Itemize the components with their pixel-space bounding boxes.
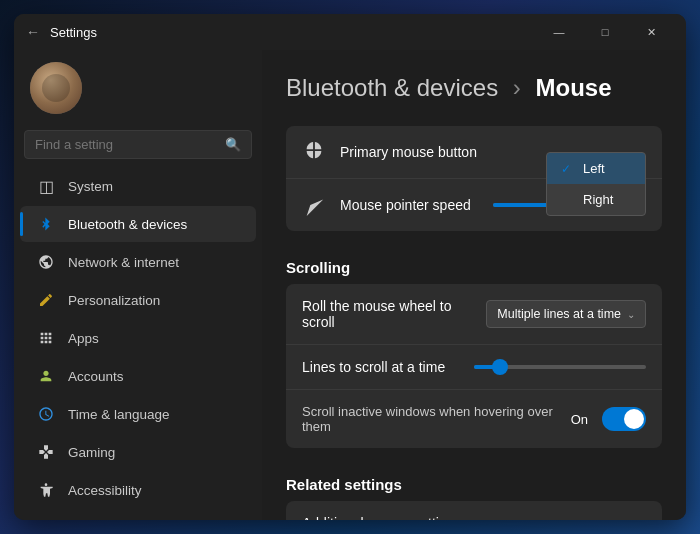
sidebar-item-label-bluetooth: Bluetooth & devices: [68, 217, 187, 232]
accounts-icon: [36, 366, 56, 386]
minimize-button[interactable]: —: [536, 16, 582, 48]
mouse-pointer-speed-label: Mouse pointer speed: [340, 197, 493, 213]
sidebar-item-system[interactable]: ◫ System: [20, 168, 256, 204]
scrolling-section-header: Scrolling: [286, 243, 662, 284]
additional-mouse-settings-label: Additional mouse settings Pointer icons …: [302, 515, 630, 520]
pointer-speed-icon: [302, 193, 326, 217]
mouse-button-icon: [302, 140, 326, 164]
sidebar-item-accounts[interactable]: Accounts: [20, 358, 256, 394]
scroll-inactive-label: Scroll inactive windows when hovering ov…: [302, 404, 571, 434]
sidebar-item-label-apps: Apps: [68, 331, 99, 346]
lines-to-scroll-row: Lines to scroll at a time: [286, 345, 662, 390]
settings-window: ← Settings — □ ✕ 🔍 ◫ Syst: [14, 14, 686, 520]
dropdown-option-right[interactable]: ✓ Right: [547, 184, 645, 215]
lines-slider-thumb[interactable]: [492, 359, 508, 375]
sidebar-item-privacy[interactable]: Privacy & security: [20, 510, 256, 520]
title-bar: ← Settings — □ ✕: [14, 14, 686, 50]
window-controls: — □ ✕: [536, 16, 674, 48]
personalization-icon: [36, 290, 56, 310]
content-area: Bluetooth & devices › Mouse Primary mous…: [262, 50, 686, 520]
sidebar-item-bluetooth[interactable]: Bluetooth & devices: [20, 206, 256, 242]
roll-mouse-wheel-row: Roll the mouse wheel to scroll Multiple …: [286, 284, 662, 345]
breadcrumb-sep: ›: [513, 74, 528, 101]
search-icon: 🔍: [225, 137, 241, 152]
option-left-label: Left: [583, 161, 605, 176]
avatar-section: [14, 50, 262, 130]
sidebar-item-label-gaming: Gaming: [68, 445, 115, 460]
roll-mouse-wheel-label: Roll the mouse wheel to scroll: [302, 298, 486, 330]
lines-to-scroll-label: Lines to scroll at a time: [302, 359, 474, 375]
dropdown-option-left[interactable]: ✓ Left: [547, 153, 645, 184]
option-right-label: Right: [583, 192, 613, 207]
search-input[interactable]: [35, 137, 225, 152]
maximize-button[interactable]: □: [582, 16, 628, 48]
sidebar-item-time[interactable]: Time & language: [20, 396, 256, 432]
scrolling-card: Roll the mouse wheel to scroll Multiple …: [286, 284, 662, 448]
sidebar-item-label-time: Time & language: [68, 407, 170, 422]
breadcrumb-current: Mouse: [535, 74, 611, 101]
sidebar: 🔍 ◫ System Bluetooth & devices: [14, 50, 262, 520]
dropdown-menu: ✓ Left ✓ Right: [546, 152, 646, 216]
system-icon: ◫: [36, 176, 56, 196]
window-title: Settings: [50, 25, 536, 40]
sidebar-item-apps[interactable]: Apps: [20, 320, 256, 356]
bluetooth-icon: [36, 214, 56, 234]
scroll-inactive-toggle[interactable]: [602, 407, 646, 431]
sidebar-item-label-personalization: Personalization: [68, 293, 160, 308]
apps-icon: [36, 328, 56, 348]
chevron-down-icon: ⌄: [627, 309, 635, 320]
avatar-image: [30, 62, 82, 114]
sidebar-item-accessibility[interactable]: Accessibility: [20, 472, 256, 508]
related-settings-card: Additional mouse settings Pointer icons …: [286, 501, 662, 520]
primary-mouse-button-card: Primary mouse button ✓ Left ✓ Right: [286, 126, 662, 231]
sidebar-item-label-system: System: [68, 179, 113, 194]
sidebar-item-gaming[interactable]: Gaming: [20, 434, 256, 470]
close-button[interactable]: ✕: [628, 16, 674, 48]
privacy-icon: [36, 518, 56, 520]
accessibility-icon: [36, 480, 56, 500]
main-layout: 🔍 ◫ System Bluetooth & devices: [14, 50, 686, 520]
toggle-thumb: [624, 409, 644, 429]
breadcrumb-parent: Bluetooth & devices: [286, 74, 498, 101]
avatar[interactable]: [30, 62, 82, 114]
network-icon: [36, 252, 56, 272]
additional-mouse-title: Additional mouse settings: [302, 515, 630, 520]
additional-mouse-settings-row[interactable]: Additional mouse settings Pointer icons …: [286, 501, 662, 520]
scroll-inactive-row: Scroll inactive windows when hovering ov…: [286, 390, 662, 448]
scroll-inactive-control: On: [571, 407, 646, 431]
search-box[interactable]: 🔍: [24, 130, 252, 159]
sidebar-item-label-network: Network & internet: [68, 255, 179, 270]
toggle-on-label: On: [571, 412, 588, 427]
check-icon: ✓: [561, 162, 575, 176]
related-settings-header: Related settings: [286, 460, 662, 501]
gaming-icon: [36, 442, 56, 462]
lines-slider-track[interactable]: [474, 365, 646, 369]
sidebar-item-label-accounts: Accounts: [68, 369, 124, 384]
scroll-type-value: Multiple lines at a time: [497, 307, 621, 321]
scroll-type-select[interactable]: Multiple lines at a time ⌄: [486, 300, 646, 328]
sidebar-item-label-accessibility: Accessibility: [68, 483, 142, 498]
primary-mouse-button-row: Primary mouse button ✓ Left ✓ Right: [286, 126, 662, 179]
lines-to-scroll-slider[interactable]: [474, 365, 646, 369]
back-button[interactable]: ←: [26, 24, 40, 40]
time-icon: [36, 404, 56, 424]
sidebar-item-personalization[interactable]: Personalization: [20, 282, 256, 318]
sidebar-item-network[interactable]: Network & internet: [20, 244, 256, 280]
roll-mouse-wheel-control[interactable]: Multiple lines at a time ⌄: [486, 300, 646, 328]
page-title: Bluetooth & devices › Mouse: [286, 74, 662, 102]
